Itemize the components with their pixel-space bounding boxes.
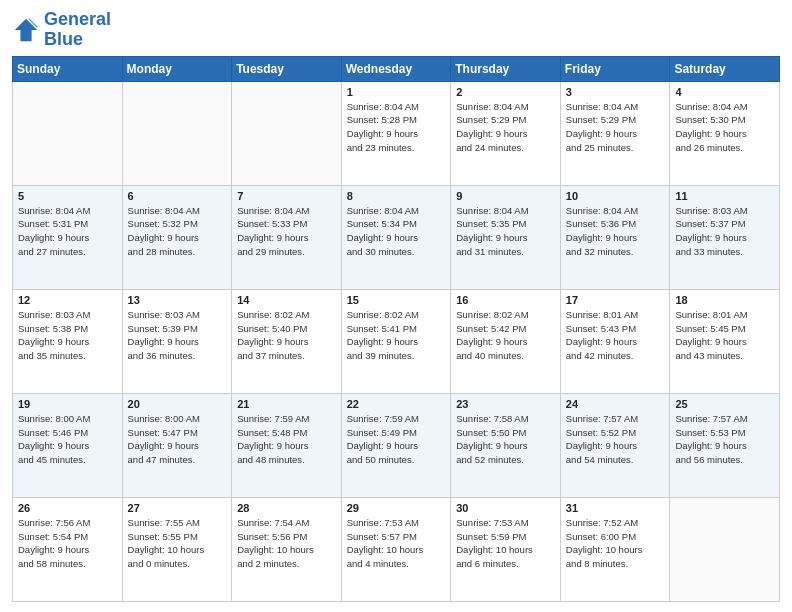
day-header-friday: Friday bbox=[560, 56, 670, 81]
calendar-week-5: 26Sunrise: 7:56 AM Sunset: 5:54 PM Dayli… bbox=[13, 497, 780, 601]
calendar-week-2: 5Sunrise: 8:04 AM Sunset: 5:31 PM Daylig… bbox=[13, 185, 780, 289]
header: General Blue bbox=[12, 10, 780, 50]
calendar-cell: 12Sunrise: 8:03 AM Sunset: 5:38 PM Dayli… bbox=[13, 289, 123, 393]
day-number: 29 bbox=[347, 502, 446, 514]
day-info: Sunrise: 7:57 AM Sunset: 5:52 PM Dayligh… bbox=[566, 412, 665, 467]
calendar-cell: 11Sunrise: 8:03 AM Sunset: 5:37 PM Dayli… bbox=[670, 185, 780, 289]
day-number: 6 bbox=[128, 190, 227, 202]
calendar-cell: 13Sunrise: 8:03 AM Sunset: 5:39 PM Dayli… bbox=[122, 289, 232, 393]
calendar-cell: 6Sunrise: 8:04 AM Sunset: 5:32 PM Daylig… bbox=[122, 185, 232, 289]
calendar-cell: 10Sunrise: 8:04 AM Sunset: 5:36 PM Dayli… bbox=[560, 185, 670, 289]
calendar-cell: 31Sunrise: 7:52 AM Sunset: 6:00 PM Dayli… bbox=[560, 497, 670, 601]
calendar-cell: 1Sunrise: 8:04 AM Sunset: 5:28 PM Daylig… bbox=[341, 81, 451, 185]
day-number: 22 bbox=[347, 398, 446, 410]
calendar-cell: 17Sunrise: 8:01 AM Sunset: 5:43 PM Dayli… bbox=[560, 289, 670, 393]
day-number: 20 bbox=[128, 398, 227, 410]
svg-marker-0 bbox=[15, 19, 37, 41]
day-number: 10 bbox=[566, 190, 665, 202]
day-number: 17 bbox=[566, 294, 665, 306]
calendar-cell: 28Sunrise: 7:54 AM Sunset: 5:56 PM Dayli… bbox=[232, 497, 342, 601]
day-info: Sunrise: 7:56 AM Sunset: 5:54 PM Dayligh… bbox=[18, 516, 117, 571]
day-number: 30 bbox=[456, 502, 555, 514]
calendar-cell: 30Sunrise: 7:53 AM Sunset: 5:59 PM Dayli… bbox=[451, 497, 561, 601]
day-number: 13 bbox=[128, 294, 227, 306]
day-header-saturday: Saturday bbox=[670, 56, 780, 81]
day-info: Sunrise: 8:04 AM Sunset: 5:29 PM Dayligh… bbox=[566, 100, 665, 155]
day-number: 8 bbox=[347, 190, 446, 202]
calendar-cell: 23Sunrise: 7:58 AM Sunset: 5:50 PM Dayli… bbox=[451, 393, 561, 497]
calendar-cell: 24Sunrise: 7:57 AM Sunset: 5:52 PM Dayli… bbox=[560, 393, 670, 497]
day-info: Sunrise: 7:53 AM Sunset: 5:59 PM Dayligh… bbox=[456, 516, 555, 571]
day-info: Sunrise: 8:02 AM Sunset: 5:40 PM Dayligh… bbox=[237, 308, 336, 363]
calendar-cell bbox=[13, 81, 123, 185]
day-info: Sunrise: 7:53 AM Sunset: 5:57 PM Dayligh… bbox=[347, 516, 446, 571]
day-info: Sunrise: 8:02 AM Sunset: 5:41 PM Dayligh… bbox=[347, 308, 446, 363]
day-header-monday: Monday bbox=[122, 56, 232, 81]
day-info: Sunrise: 8:04 AM Sunset: 5:30 PM Dayligh… bbox=[675, 100, 774, 155]
day-info: Sunrise: 8:04 AM Sunset: 5:35 PM Dayligh… bbox=[456, 204, 555, 259]
calendar-cell: 7Sunrise: 8:04 AM Sunset: 5:33 PM Daylig… bbox=[232, 185, 342, 289]
day-number: 7 bbox=[237, 190, 336, 202]
day-info: Sunrise: 8:04 AM Sunset: 5:32 PM Dayligh… bbox=[128, 204, 227, 259]
day-info: Sunrise: 8:00 AM Sunset: 5:46 PM Dayligh… bbox=[18, 412, 117, 467]
day-number: 31 bbox=[566, 502, 665, 514]
logo-text: General Blue bbox=[44, 10, 111, 50]
day-info: Sunrise: 8:04 AM Sunset: 5:36 PM Dayligh… bbox=[566, 204, 665, 259]
day-info: Sunrise: 8:04 AM Sunset: 5:33 PM Dayligh… bbox=[237, 204, 336, 259]
calendar-cell: 27Sunrise: 7:55 AM Sunset: 5:55 PM Dayli… bbox=[122, 497, 232, 601]
day-info: Sunrise: 7:52 AM Sunset: 6:00 PM Dayligh… bbox=[566, 516, 665, 571]
day-header-sunday: Sunday bbox=[13, 56, 123, 81]
logo-icon bbox=[12, 16, 40, 44]
logo: General Blue bbox=[12, 10, 111, 50]
day-number: 9 bbox=[456, 190, 555, 202]
day-number: 12 bbox=[18, 294, 117, 306]
calendar-header-row: SundayMondayTuesdayWednesdayThursdayFrid… bbox=[13, 56, 780, 81]
calendar-week-1: 1Sunrise: 8:04 AM Sunset: 5:28 PM Daylig… bbox=[13, 81, 780, 185]
calendar-cell bbox=[232, 81, 342, 185]
day-number: 2 bbox=[456, 86, 555, 98]
calendar-week-4: 19Sunrise: 8:00 AM Sunset: 5:46 PM Dayli… bbox=[13, 393, 780, 497]
calendar-cell: 5Sunrise: 8:04 AM Sunset: 5:31 PM Daylig… bbox=[13, 185, 123, 289]
calendar-cell: 8Sunrise: 8:04 AM Sunset: 5:34 PM Daylig… bbox=[341, 185, 451, 289]
day-info: Sunrise: 7:54 AM Sunset: 5:56 PM Dayligh… bbox=[237, 516, 336, 571]
day-info: Sunrise: 8:02 AM Sunset: 5:42 PM Dayligh… bbox=[456, 308, 555, 363]
day-number: 11 bbox=[675, 190, 774, 202]
calendar-cell: 9Sunrise: 8:04 AM Sunset: 5:35 PM Daylig… bbox=[451, 185, 561, 289]
day-number: 23 bbox=[456, 398, 555, 410]
calendar-table: SundayMondayTuesdayWednesdayThursdayFrid… bbox=[12, 56, 780, 602]
calendar-cell: 2Sunrise: 8:04 AM Sunset: 5:29 PM Daylig… bbox=[451, 81, 561, 185]
calendar-cell: 29Sunrise: 7:53 AM Sunset: 5:57 PM Dayli… bbox=[341, 497, 451, 601]
calendar-cell: 18Sunrise: 8:01 AM Sunset: 5:45 PM Dayli… bbox=[670, 289, 780, 393]
calendar-cell: 22Sunrise: 7:59 AM Sunset: 5:49 PM Dayli… bbox=[341, 393, 451, 497]
day-number: 27 bbox=[128, 502, 227, 514]
day-number: 5 bbox=[18, 190, 117, 202]
calendar-cell: 19Sunrise: 8:00 AM Sunset: 5:46 PM Dayli… bbox=[13, 393, 123, 497]
day-info: Sunrise: 7:58 AM Sunset: 5:50 PM Dayligh… bbox=[456, 412, 555, 467]
calendar-cell: 4Sunrise: 8:04 AM Sunset: 5:30 PM Daylig… bbox=[670, 81, 780, 185]
calendar-cell: 21Sunrise: 7:59 AM Sunset: 5:48 PM Dayli… bbox=[232, 393, 342, 497]
day-number: 3 bbox=[566, 86, 665, 98]
day-info: Sunrise: 8:04 AM Sunset: 5:29 PM Dayligh… bbox=[456, 100, 555, 155]
calendar-cell: 15Sunrise: 8:02 AM Sunset: 5:41 PM Dayli… bbox=[341, 289, 451, 393]
day-info: Sunrise: 8:04 AM Sunset: 5:31 PM Dayligh… bbox=[18, 204, 117, 259]
day-info: Sunrise: 7:57 AM Sunset: 5:53 PM Dayligh… bbox=[675, 412, 774, 467]
day-header-wednesday: Wednesday bbox=[341, 56, 451, 81]
calendar-week-3: 12Sunrise: 8:03 AM Sunset: 5:38 PM Dayli… bbox=[13, 289, 780, 393]
day-number: 24 bbox=[566, 398, 665, 410]
day-info: Sunrise: 8:01 AM Sunset: 5:45 PM Dayligh… bbox=[675, 308, 774, 363]
day-number: 25 bbox=[675, 398, 774, 410]
day-info: Sunrise: 8:04 AM Sunset: 5:28 PM Dayligh… bbox=[347, 100, 446, 155]
calendar-cell: 3Sunrise: 8:04 AM Sunset: 5:29 PM Daylig… bbox=[560, 81, 670, 185]
day-info: Sunrise: 8:03 AM Sunset: 5:39 PM Dayligh… bbox=[128, 308, 227, 363]
day-header-thursday: Thursday bbox=[451, 56, 561, 81]
day-number: 15 bbox=[347, 294, 446, 306]
day-info: Sunrise: 8:01 AM Sunset: 5:43 PM Dayligh… bbox=[566, 308, 665, 363]
calendar-cell: 20Sunrise: 8:00 AM Sunset: 5:47 PM Dayli… bbox=[122, 393, 232, 497]
day-info: Sunrise: 8:04 AM Sunset: 5:34 PM Dayligh… bbox=[347, 204, 446, 259]
calendar-cell bbox=[670, 497, 780, 601]
day-number: 16 bbox=[456, 294, 555, 306]
day-number: 14 bbox=[237, 294, 336, 306]
day-number: 18 bbox=[675, 294, 774, 306]
calendar-cell bbox=[122, 81, 232, 185]
day-info: Sunrise: 8:03 AM Sunset: 5:38 PM Dayligh… bbox=[18, 308, 117, 363]
